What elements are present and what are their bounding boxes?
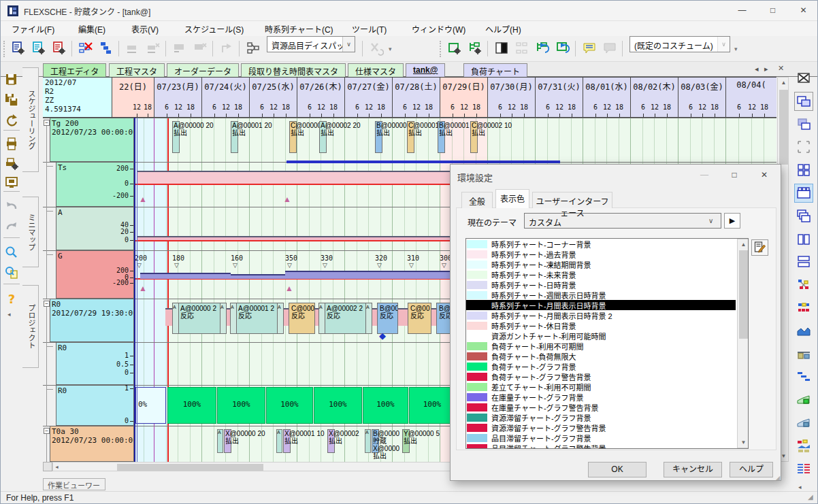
costume-select[interactable]: (既定のコスチューム)∨	[629, 36, 730, 52]
scroll-down-icon[interactable]: ▼	[738, 439, 749, 446]
row-expander[interactable]: −	[44, 301, 50, 307]
unassign-button[interactable]	[191, 39, 210, 58]
menu-item-5[interactable]: ツール(T)	[344, 21, 395, 37]
help-button[interactable]: ?	[2, 289, 21, 308]
gantt-chart-button[interactable]	[794, 367, 813, 386]
color-list-item[interactable]: 資源滞留チャート-グラフ背景	[466, 412, 736, 422]
color-list-item[interactable]: 負荷チャート-グラフ背景	[466, 361, 736, 371]
dispatch-view-button[interactable]	[244, 39, 263, 58]
undo-button[interactable]	[2, 197, 21, 216]
print-preview-button[interactable]	[2, 173, 21, 192]
add-chart-row-button[interactable]	[445, 39, 464, 58]
zoom-page-button[interactable]	[2, 263, 21, 282]
tile-windows-button[interactable]	[794, 161, 813, 180]
order-settings-button[interactable]	[50, 39, 69, 58]
tab-工程マスタ[interactable]: 工程マスタ	[109, 63, 165, 77]
task-bar-prefix[interactable]: A	[217, 429, 223, 453]
color-list-item[interactable]: 時系列チャート-日時背景	[466, 280, 736, 290]
chevron-down-icon[interactable]: ∨	[717, 37, 730, 52]
operation-bar[interactable]: C@00 反応	[408, 303, 431, 334]
item-chart-button[interactable]	[794, 437, 813, 456]
resource-settings-button[interactable]	[9, 39, 28, 58]
menu-item-6[interactable]: ウィンドウ(W)	[404, 21, 474, 37]
stock-chart-button[interactable]	[794, 345, 813, 364]
color-list-item[interactable]: 時系列チャート-休日背景	[466, 320, 736, 331]
tab-scroll-left-icon[interactable]: ◂	[755, 65, 759, 73]
toolbar-overflow-icon[interactable]: ▾	[389, 46, 392, 52]
tab-close-icon[interactable]: ✕	[778, 64, 784, 73]
color-list-item[interactable]: 時系列チャート-月間表示日時背景 2	[466, 310, 736, 320]
color-list-item[interactable]: 時系列チャート-過去背景	[466, 249, 736, 259]
split-horizontal-button[interactable]	[794, 252, 813, 271]
level-load-button[interactable]	[123, 39, 142, 58]
left-toolbar-collapse-icon[interactable]: ◂	[7, 311, 11, 318]
add-chart-tree-button[interactable]	[465, 39, 485, 58]
tab-scroll-right-icon[interactable]: ▸	[764, 65, 768, 73]
color-list-item[interactable]: 在庫量チャート-グラフ警告背景	[466, 402, 736, 412]
right-toolbar-collapse-icon[interactable]: ◂	[798, 484, 802, 490]
save-as-button[interactable]	[2, 90, 21, 110]
menu-item-0[interactable]: ファイル(F)	[3, 21, 63, 37]
arrange-rows-button[interactable]	[512, 39, 531, 58]
reschedule-button[interactable]	[97, 39, 116, 58]
refresh-row-button[interactable]	[553, 39, 572, 58]
dialog-tab-全般[interactable]: 全般	[461, 192, 493, 208]
forward-assign-button[interactable]	[217, 39, 236, 58]
chevron-down-icon[interactable]: ∨	[708, 217, 713, 224]
menu-item-2[interactable]: 表示(V)	[123, 21, 167, 37]
edit-color-button[interactable]	[751, 239, 768, 256]
vertical-scroll-thumb[interactable]	[779, 90, 788, 165]
chevron-down-icon[interactable]: ∨	[342, 37, 355, 52]
item-settings-button[interactable]	[29, 39, 48, 58]
color-list-item[interactable]: 時系列チャート-未来背景	[466, 269, 736, 280]
menu-item-7[interactable]: ヘルプ(H)	[477, 21, 529, 37]
row-expander[interactable]: −	[44, 120, 50, 126]
tab-負荷チャート[interactable]: 負荷チャート	[463, 63, 527, 77]
color-list-item[interactable]: 資源滞留チャート-グラフ警告背景	[466, 422, 736, 433]
show-comments-button[interactable]	[580, 39, 599, 58]
print-button[interactable]	[2, 134, 21, 153]
operation-bar[interactable]: AAA@00001 2 反応	[230, 303, 284, 334]
tab-layout-button[interactable]	[794, 184, 813, 203]
dialog-close-button[interactable]: ✕	[750, 165, 779, 185]
row-header-R0[interactable]: R02012/07/29 19:30:00	[50, 299, 134, 342]
side-tab-ミニマップ[interactable]: ミニマップ	[22, 197, 39, 267]
split-vertical-button[interactable]	[794, 230, 813, 249]
operation-bar[interactable]: AAA@00000 2 反応	[172, 303, 227, 334]
tab-仕様マスタ[interactable]: 仕様マスタ	[348, 63, 404, 77]
fit-frame-button[interactable]	[794, 137, 813, 156]
toolbar2-overflow-icon[interactable]: ▾	[734, 46, 738, 52]
horizontal-scroll-thumb[interactable]	[117, 464, 263, 471]
operation-bar[interactable]: B@000 反応	[377, 303, 398, 334]
work-list-button[interactable]	[794, 460, 813, 479]
block-view-button[interactable]	[794, 299, 813, 318]
row-header-Tg 200[interactable]: Tg 2002012/07/23 00:00:00	[50, 118, 134, 162]
tab-オーダーデータ[interactable]: オーダーデータ	[167, 63, 239, 77]
task-bar-prefix[interactable]: A	[276, 429, 282, 453]
load-bar[interactable]: 100%	[409, 387, 455, 424]
tab-段取り替え時間表マスタ[interactable]: 段取り替え時間表マスタ	[241, 63, 346, 77]
color-list-item[interactable]: 負荷チャート-利用不可期間	[466, 341, 736, 351]
color-list-item[interactable]: 差立てチャート-利用不可期間	[466, 382, 736, 392]
color-list-item[interactable]: 負荷チャート-グラフ警告背景	[466, 371, 736, 382]
tab-tank@[interactable]: tank@	[406, 63, 445, 77]
side-tab-プロジェクト[interactable]: プロジェクト	[22, 285, 39, 368]
ok-button[interactable]: OK	[588, 462, 647, 477]
close-window-button[interactable]	[794, 69, 813, 88]
operation-bar[interactable]: C@000 反応	[289, 303, 315, 334]
row-expander[interactable]: −	[44, 428, 50, 434]
help-button[interactable]: ヘルプ	[730, 462, 773, 477]
load-chart-green-button[interactable]	[794, 390, 813, 409]
dialog-maximize-button[interactable]: □	[720, 165, 749, 185]
color-list-item[interactable]: 在庫量チャート-グラフ背景	[466, 392, 736, 402]
save-button[interactable]	[2, 70, 21, 89]
scroll-up-icon[interactable]: ▲	[738, 241, 749, 248]
task-bar-prefix[interactable]: A	[365, 429, 371, 453]
arrange-windows-button[interactable]	[794, 115, 813, 134]
zoom-find-button[interactable]	[2, 243, 21, 262]
load-bar[interactable]: 100%	[266, 387, 313, 424]
menu-item-3[interactable]: スケジュール(S)	[176, 21, 252, 37]
resize-grip[interactable]: ◢	[808, 493, 813, 501]
scroll-left-icon[interactable]: ◄	[54, 465, 59, 469]
scroll-up-icon[interactable]: ▲	[778, 80, 789, 86]
